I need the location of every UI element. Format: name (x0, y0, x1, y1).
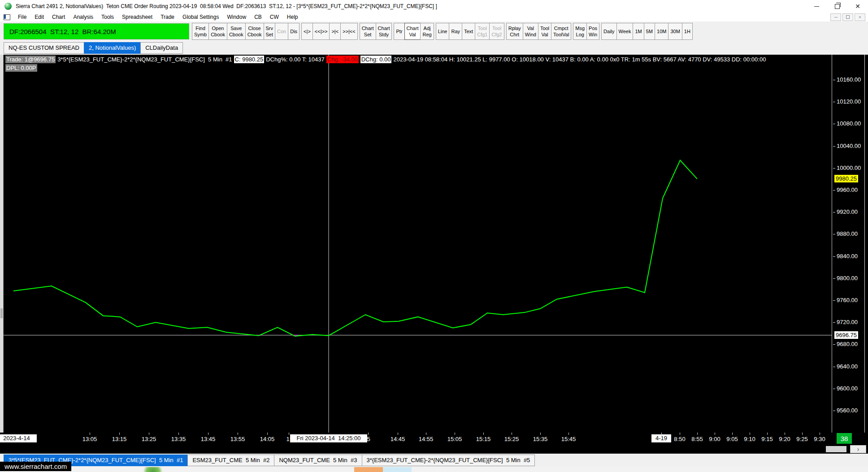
chartbook-tab-2-notionalvalues[interactable]: 2, NotionalValues) (84, 42, 141, 54)
time-tick (540, 433, 541, 435)
toolbar-button-1m[interactable]: 1M (633, 23, 644, 40)
chart-tab-4[interactable]: 3*{ESM23_FUT_CME}-2*{NQM23_FUT_CME}[FSC]… (362, 455, 535, 466)
time-tick-label: 15:05 (447, 435, 462, 443)
toolbar-button-adj-reg[interactable]: AdjReg (420, 23, 434, 40)
toolbar-button-con: Con (275, 23, 288, 40)
toolbar-button-line[interactable]: Line (436, 23, 450, 40)
toolbar-button-5m[interactable]: 5M (644, 23, 655, 40)
time-tick (208, 433, 208, 435)
close-icon: ✕ (855, 3, 860, 10)
splitter-handle[interactable] (0, 308, 3, 318)
menu-item-global-settings[interactable]: Global Settings (178, 13, 223, 21)
menu-item-spreadsheet[interactable]: Spreadsheet (118, 13, 156, 21)
session-divider-tick (661, 433, 662, 437)
time-tick-label: 9:30 (814, 435, 825, 443)
time-axis[interactable]: 38 2023-4-1413:0513:1513:2513:3513:4513:… (0, 433, 868, 445)
toolbar-button-tool-cfg2: ToolCfg2 (489, 23, 504, 40)
price-axis-divider (864, 55, 865, 445)
menu-item-analysis[interactable]: Analysis (69, 13, 97, 21)
minimize-button[interactable] (806, 0, 827, 13)
price-tick-label: 9560.00 (837, 407, 858, 414)
scrollbar-right-button[interactable]: › (850, 445, 866, 453)
menu-item-edit[interactable]: Edit (30, 13, 48, 21)
price-line-series (13, 160, 697, 336)
menu-item-tools[interactable]: Tools (97, 13, 118, 21)
toolbar-button-dis[interactable]: Dis (288, 23, 299, 40)
time-tick (680, 433, 680, 435)
last-price-label: 9980.25 (834, 175, 858, 182)
toolbar-button-open-cbook[interactable]: OpenCbook (208, 23, 227, 40)
price-tick (833, 234, 835, 234)
toolbar-button-item[interactable]: >|< (329, 23, 341, 40)
toolbar-button-pos-win[interactable]: PosWin (586, 23, 599, 40)
chartbook-tab-nq-es-custom-spread[interactable]: NQ-ES CUSTOM SPREAD (4, 42, 84, 54)
toolbar-button-chart-val[interactable]: ChartVal (404, 23, 421, 40)
toolbar-button-chart-set[interactable]: ChartSet (360, 23, 376, 40)
toolbar-button-week[interactable]: Week (616, 23, 634, 40)
price-tick (833, 344, 835, 345)
toolbar-button-item[interactable]: <|> (301, 23, 313, 40)
time-tick-label: 13:05 (82, 435, 97, 443)
time-tick-label: 15:35 (533, 435, 548, 443)
time-tick-label: 2023-4-14 (0, 434, 37, 442)
toolbar-button-save-cbook[interactable]: SaveCbook (227, 23, 246, 40)
price-tick (833, 367, 835, 367)
toolbar-button-tool-val[interactable]: ToolVal (538, 23, 551, 40)
toolbar-button-daily[interactable]: Daily (601, 23, 616, 40)
chart-info-line: Trade: 1@9696.75 3*5*{ESM23_FUT_CME}-2*2… (5, 56, 768, 63)
toolbar-button-ptr[interactable]: Ptr (394, 23, 404, 40)
price-tick-label: 10120.00 (837, 98, 861, 105)
menu-item-trade[interactable]: Trade (156, 13, 178, 21)
child-close-button[interactable]: × (855, 13, 865, 21)
info-segment-3: Chg: -34.00 (326, 56, 359, 63)
toolbar-button-find-symb[interactable]: FindSymb (192, 23, 209, 40)
toolbar-button-item[interactable]: <<|>> (312, 23, 330, 40)
toolbar-button-text[interactable]: Text (462, 23, 475, 40)
close-button[interactable]: ✕ (847, 0, 868, 13)
menu-item-window[interactable]: Window (223, 13, 250, 21)
price-axis[interactable]: 10160.0010120.0010080.0010040.0010000.00… (833, 55, 868, 433)
chart-tab-2[interactable]: ESM23_FUT_CME 5 Min #2 (187, 455, 274, 466)
menu-item-chart[interactable]: Chart (48, 13, 69, 21)
price-tick (833, 300, 835, 301)
time-tick-label: 14:05 (260, 435, 275, 443)
restore-button[interactable] (827, 0, 847, 13)
menu-item-cb[interactable]: CB (250, 13, 266, 21)
toolbar-button-10m[interactable]: 10M (655, 23, 668, 40)
toolbar-button-close-cbook[interactable]: CloseCbook (245, 23, 264, 40)
price-tick-label: 9920.00 (837, 208, 858, 216)
child-restore-button[interactable] (842, 13, 853, 21)
price-tick-label: 9720.00 (837, 318, 858, 326)
sierrachart-link[interactable]: www.sierrachart.com (0, 462, 71, 471)
chart-plot[interactable]: Trade: 1@9696.75 3*5*{ESM23_FUT_CME}-2*2… (4, 55, 832, 433)
toolbar-button-item[interactable]: >>|<< (340, 23, 358, 40)
price-tick-label: 9960.00 (837, 186, 858, 194)
price-tick-label: 10040.00 (837, 142, 861, 150)
menu-item-cw[interactable]: CW (266, 13, 283, 21)
toolbar-button-cmpct-toolval[interactable]: CmpctToolVal (551, 23, 571, 40)
chartbook-tab-cldailydata[interactable]: CLDailyData (140, 42, 183, 54)
chart-tab-3[interactable]: NQM23_FUT_CME 5 Min #3 (274, 455, 362, 466)
child-minimize-button[interactable] (830, 13, 841, 21)
info-segment-2: DChg%: 0.00 T: 10437 (266, 56, 325, 63)
toolbar-button-msg-log[interactable]: MsgLog (573, 23, 587, 40)
toolbar-button-ray[interactable]: Ray (449, 23, 462, 40)
toolbar-button-rplay-chrt[interactable]: RplayChrt (506, 23, 523, 40)
chart-window-icon (4, 14, 10, 20)
sierra-chart-window: Sierra Chart 2491 2, NotionalValues) Tet… (0, 0, 868, 472)
time-tick-label: Fri 2023-04-14 14:25:00 (290, 434, 367, 442)
price-tick (833, 124, 835, 124)
toolbar-button-val-wind[interactable]: ValWind (523, 23, 538, 40)
toolbar-button-chart-stdy[interactable]: ChartStdy (376, 23, 392, 40)
scrollbar-thumb[interactable] (826, 446, 846, 452)
toolbar-button-srv-set[interactable]: SrvSet (264, 23, 276, 40)
menu-item-file[interactable]: File (14, 13, 30, 21)
main-toolbar: DF:2066504 ST:12, 12 BR:64.20M FindSymbO… (0, 22, 868, 41)
left-splitter[interactable] (0, 55, 4, 454)
menu-item-help[interactable]: Help (283, 13, 302, 21)
price-tick-label: 9840.00 (837, 252, 858, 260)
time-tick (732, 433, 733, 435)
toolbar-button-1h[interactable]: 1H (682, 23, 693, 40)
horizontal-scrollbar[interactable]: › (0, 445, 868, 454)
toolbar-button-30m[interactable]: 30M (668, 23, 682, 40)
